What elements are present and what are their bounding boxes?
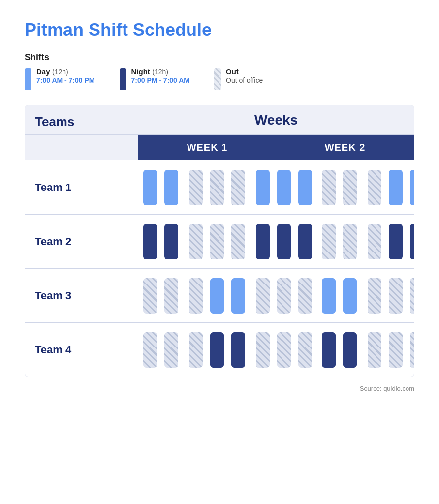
weeks-header-cell: Weeks (138, 105, 414, 134)
shift-block-day (164, 170, 178, 205)
shift-block-night (277, 224, 291, 259)
shift-block-day (231, 278, 245, 314)
shift-block-night (231, 332, 245, 368)
team-row: Team 4 (25, 322, 414, 377)
shift-block-out (410, 332, 414, 368)
shift-block-out (231, 170, 245, 205)
weeks-title: Weeks (254, 112, 298, 127)
day-label: Day (36, 67, 50, 76)
night-time: 7:00 PM - 7:00 AM (131, 76, 190, 84)
teams-label: Teams (35, 114, 74, 129)
shift-block-day (143, 170, 157, 205)
team-name: Team 1 (35, 181, 71, 194)
shift-block-night (143, 224, 157, 259)
schedule-table: Teams Weeks WEEK 1 WEEK 2 Team 1Team 2Te… (25, 105, 414, 377)
table-top-header: Teams Weeks (25, 105, 414, 134)
team2-week1-cell (138, 215, 317, 268)
shift-block-day (210, 278, 224, 314)
shift-block-day (322, 278, 336, 314)
week1-header: WEEK 1 (138, 135, 276, 160)
shift-block-night (322, 332, 336, 368)
week2-header: WEEK 2 (276, 135, 414, 160)
team-row: Team 2 (25, 214, 414, 268)
shift-block-out (368, 278, 381, 314)
day-hours: (12h) (52, 68, 68, 76)
legend-item-day: Day (12h) 7:00 AM - 7:00 PM (25, 67, 95, 90)
team-row: Team 3 (25, 268, 414, 322)
out-desc: Out of office (226, 76, 263, 84)
shift-block-out (277, 278, 291, 314)
shift-block-out (210, 224, 224, 259)
shift-block-day (343, 278, 357, 314)
day-bar-icon (25, 68, 31, 90)
shift-block-night (389, 224, 403, 259)
night-bar-icon (120, 68, 126, 90)
week-spacer (25, 135, 138, 160)
team-row: Team 1 (25, 160, 414, 214)
team-label-cell: Team 4 (25, 323, 138, 377)
out-label: Out (226, 67, 239, 76)
shift-block-day (410, 170, 414, 205)
shift-block-out (322, 170, 336, 205)
shift-block-out (389, 332, 403, 368)
shift-block-out (189, 170, 203, 205)
team3-week1-cell (138, 269, 317, 322)
shift-block-out (368, 332, 381, 368)
team-name: Team 2 (35, 235, 71, 248)
shift-block-out (256, 332, 270, 368)
shift-block-day (298, 170, 312, 205)
shift-block-out (189, 332, 203, 368)
source-line: Source: quidlo.com (25, 385, 414, 392)
shift-block-out (343, 224, 357, 259)
shift-block-out (164, 278, 178, 314)
shift-block-out (298, 278, 312, 314)
team-name: Team 4 (35, 344, 71, 356)
shift-block-day (256, 170, 270, 205)
legend-item-out: Out Out of office (214, 67, 263, 90)
shift-block-out (368, 170, 381, 205)
shift-block-out (143, 278, 157, 314)
legend-title: Shifts (25, 52, 414, 63)
shift-block-day (277, 170, 291, 205)
shift-block-out (210, 170, 224, 205)
team2-week2-cell (317, 215, 414, 268)
night-hours: (12h) (152, 68, 168, 76)
shift-block-out (143, 332, 157, 368)
shift-block-out (277, 332, 291, 368)
team-label-cell: Team 1 (25, 160, 138, 214)
shift-block-out (298, 332, 312, 368)
shift-block-night (164, 224, 178, 259)
legend-items: Day (12h) 7:00 AM - 7:00 PM Night (12h) … (25, 67, 414, 90)
team-rows: Team 1Team 2Team 3Team 4 (25, 160, 414, 377)
day-time: 7:00 AM - 7:00 PM (36, 76, 95, 84)
page-title: Pitman Shift Schedule (25, 20, 414, 40)
shift-block-out (164, 332, 178, 368)
top-left-cell: Teams (25, 105, 138, 134)
team1-week1-cell (138, 160, 317, 214)
shift-block-out (389, 278, 403, 314)
team-label-cell: Team 3 (25, 269, 138, 322)
shift-block-out (410, 278, 414, 314)
shift-block-night (210, 332, 224, 368)
night-label: Night (131, 67, 150, 76)
shift-block-out (256, 278, 270, 314)
out-bar-icon (214, 68, 221, 90)
legend-section: Shifts Day (12h) 7:00 AM - 7:00 PM Night… (25, 52, 414, 90)
team-name: Team 3 (35, 289, 71, 302)
team1-week2-cell (317, 160, 414, 214)
team4-week2-cell (317, 323, 414, 377)
team-label-cell: Team 2 (25, 215, 138, 268)
shift-block-out (231, 224, 245, 259)
team3-week2-cell (317, 269, 414, 322)
shift-block-out (189, 278, 203, 314)
shift-block-night (256, 224, 270, 259)
shift-block-out (322, 224, 336, 259)
shift-block-night (343, 332, 357, 368)
team4-week1-cell (138, 323, 317, 377)
legend-item-night: Night (12h) 7:00 PM - 7:00 AM (120, 67, 190, 90)
week-columns-header: WEEK 1 WEEK 2 (25, 134, 414, 160)
shift-block-out (343, 170, 357, 205)
shift-block-day (389, 170, 403, 205)
shift-block-night (410, 224, 414, 259)
shift-block-out (189, 224, 203, 259)
